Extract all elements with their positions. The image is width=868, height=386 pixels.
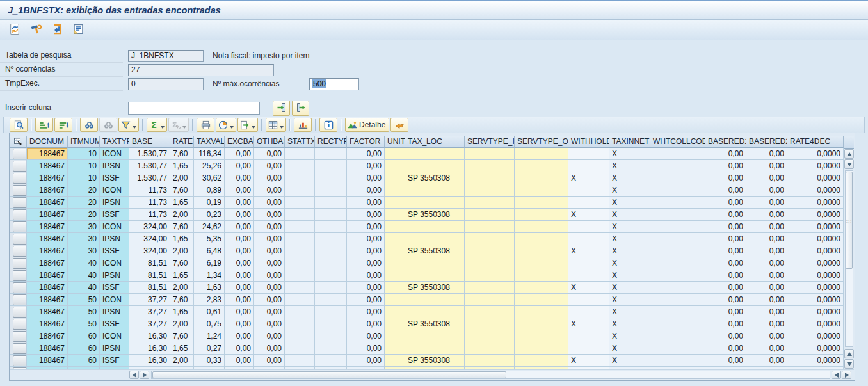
cell-docnum[interactable]: 188467 bbox=[27, 221, 68, 233]
cell-taxinnet[interactable]: X bbox=[609, 184, 650, 197]
cell-itmnum[interactable]: 20 bbox=[68, 197, 100, 209]
cell-unit[interactable] bbox=[385, 294, 405, 306]
cell-rectype[interactable] bbox=[315, 148, 347, 160]
cell-docnum[interactable]: 188467 bbox=[27, 160, 68, 172]
cell-basered1[interactable]: 0,00 bbox=[705, 318, 746, 330]
cell-itmnum[interactable]: 40 bbox=[68, 269, 100, 282]
cell-basered2[interactable]: 0,00 bbox=[746, 318, 787, 330]
cell-unit[interactable] bbox=[385, 197, 405, 209]
cell-stattx[interactable] bbox=[285, 160, 315, 172]
cell-unit[interactable] bbox=[385, 184, 405, 197]
cell-itmnum[interactable]: 60 bbox=[68, 330, 100, 342]
cell-itmnum[interactable]: 60 bbox=[68, 342, 100, 355]
cell-tax_loc[interactable]: SP 3550308 bbox=[405, 318, 465, 330]
cell-itmnum[interactable]: 10 bbox=[68, 148, 100, 160]
cell-rectype[interactable] bbox=[315, 355, 347, 367]
cell-taxtyp[interactable]: IPSN bbox=[100, 269, 129, 282]
scroll-up-button-bottom[interactable] bbox=[844, 349, 854, 358]
cell-taxtyp[interactable]: ISSF bbox=[100, 318, 129, 330]
cell-itmnum[interactable]: 50 bbox=[68, 318, 100, 330]
cell-othbas[interactable]: 0,00 bbox=[254, 160, 285, 172]
cell-base[interactable]: 81,51 bbox=[129, 257, 170, 269]
row-select-button[interactable] bbox=[13, 234, 27, 245]
cell-rectype[interactable] bbox=[315, 209, 347, 221]
cell-docnum[interactable]: 188467 bbox=[27, 184, 68, 197]
cell-rate4dec[interactable]: 0,0000 bbox=[787, 221, 844, 233]
cell-taxinnet[interactable]: X bbox=[609, 197, 650, 209]
row-select-button[interactable] bbox=[13, 343, 27, 354]
cell-factor[interactable]: 0,00 bbox=[347, 330, 385, 342]
cell-itmnum[interactable]: 20 bbox=[68, 184, 100, 197]
cell-taxtyp[interactable]: IPSN bbox=[100, 342, 129, 355]
cell-excbas[interactable]: 0,00 bbox=[225, 282, 254, 294]
cell-basered1[interactable]: 0,00 bbox=[705, 184, 746, 197]
cell-unit[interactable] bbox=[385, 257, 405, 269]
cell-factor[interactable]: 0,00 bbox=[347, 148, 385, 160]
cell-servtype_in[interactable] bbox=[465, 172, 515, 184]
cell-withhold[interactable] bbox=[568, 294, 609, 306]
cell-rate[interactable]: 7,60 bbox=[170, 330, 194, 342]
cell-servtype_in[interactable] bbox=[465, 257, 515, 269]
row-select-button[interactable] bbox=[13, 270, 27, 281]
cell-rectype[interactable] bbox=[315, 160, 347, 172]
col-header-factor[interactable]: FACTOR bbox=[347, 136, 385, 148]
cell-taxtyp[interactable]: ICON bbox=[100, 148, 129, 160]
cell-whtcollcode[interactable] bbox=[650, 306, 705, 318]
sort-ascending-button[interactable] bbox=[35, 118, 53, 132]
cell-servtype_in[interactable] bbox=[465, 342, 515, 355]
cell-taxval[interactable]: 6,48 bbox=[194, 245, 225, 257]
cell-taxval[interactable]: 0,33 bbox=[194, 355, 225, 367]
cell-stattx[interactable] bbox=[285, 209, 315, 221]
cell-docnum[interactable]: 188467 bbox=[27, 197, 68, 209]
cell-rate[interactable]: 2,00 bbox=[170, 209, 194, 221]
cell-rate4dec[interactable]: 0,0000 bbox=[787, 342, 844, 355]
cell-servtype_out[interactable] bbox=[515, 184, 568, 197]
cell-taxval[interactable]: 5,35 bbox=[194, 233, 225, 245]
cell-taxval[interactable]: 0,89 bbox=[194, 184, 225, 197]
cell-stattx[interactable] bbox=[285, 282, 315, 294]
cell-whtcollcode[interactable] bbox=[650, 184, 705, 197]
cell-factor[interactable]: 0,00 bbox=[347, 233, 385, 245]
cell-servtype_in[interactable] bbox=[465, 269, 515, 282]
cell-itmnum[interactable]: 30 bbox=[68, 245, 100, 257]
cell-itmnum[interactable]: 20 bbox=[68, 209, 100, 221]
cell-excbas[interactable]: 0,00 bbox=[225, 160, 254, 172]
cell-factor[interactable]: 0,00 bbox=[347, 355, 385, 367]
cell-base[interactable]: 1.530,77 bbox=[129, 160, 170, 172]
cell-withhold[interactable] bbox=[568, 160, 609, 172]
cell-taxval[interactable]: 0,75 bbox=[194, 318, 225, 330]
cell-othbas[interactable]: 0,00 bbox=[254, 197, 285, 209]
cell-tax_loc[interactable]: SP 3550308 bbox=[405, 172, 465, 184]
cell-basered2[interactable]: 0,00 bbox=[746, 160, 787, 172]
cell-taxinnet[interactable]: X bbox=[609, 342, 650, 355]
cell-rate[interactable]: 1,65 bbox=[170, 306, 194, 318]
cell-whtcollcode[interactable] bbox=[650, 233, 705, 245]
cell-stattx[interactable] bbox=[285, 342, 315, 355]
col-header-servtype_out[interactable]: SERVTYPE_OUT bbox=[515, 136, 568, 148]
cell-base[interactable]: 16,30 bbox=[129, 355, 170, 367]
cell-taxinnet[interactable]: X bbox=[609, 233, 650, 245]
cell-servtype_out[interactable] bbox=[515, 148, 568, 160]
cell-basered2[interactable]: 0,00 bbox=[746, 184, 787, 197]
cell-base[interactable]: 11,73 bbox=[129, 209, 170, 221]
cell-withhold[interactable] bbox=[568, 184, 609, 197]
cell-servtype_in[interactable] bbox=[465, 330, 515, 342]
row-select-button[interactable] bbox=[13, 185, 27, 196]
cell-base[interactable]: 16,30 bbox=[129, 342, 170, 355]
col-header-rate4dec[interactable]: RATE4DEC bbox=[787, 136, 844, 148]
cell-basered2[interactable]: 0,00 bbox=[746, 269, 787, 282]
check-entries-button[interactable] bbox=[49, 22, 65, 38]
cell-unit[interactable] bbox=[385, 330, 405, 342]
max-occurrences-field[interactable]: 500 bbox=[309, 78, 359, 90]
cell-servtype_out[interactable] bbox=[515, 197, 568, 209]
cell-excbas[interactable]: 0,00 bbox=[225, 306, 254, 318]
cell-factor[interactable]: 0,00 bbox=[347, 318, 385, 330]
col-header-docnum[interactable]: DOCNUM bbox=[27, 136, 68, 148]
col-header-rectype[interactable]: RECTYPE bbox=[315, 136, 347, 148]
cell-servtype_out[interactable] bbox=[515, 318, 568, 330]
cell-base[interactable]: 81,51 bbox=[129, 269, 170, 282]
cell-taxinnet[interactable]: X bbox=[609, 282, 650, 294]
cell-basered2[interactable]: 0,00 bbox=[746, 209, 787, 221]
cell-tax_loc[interactable] bbox=[405, 330, 465, 342]
row-select-button[interactable] bbox=[13, 355, 27, 366]
